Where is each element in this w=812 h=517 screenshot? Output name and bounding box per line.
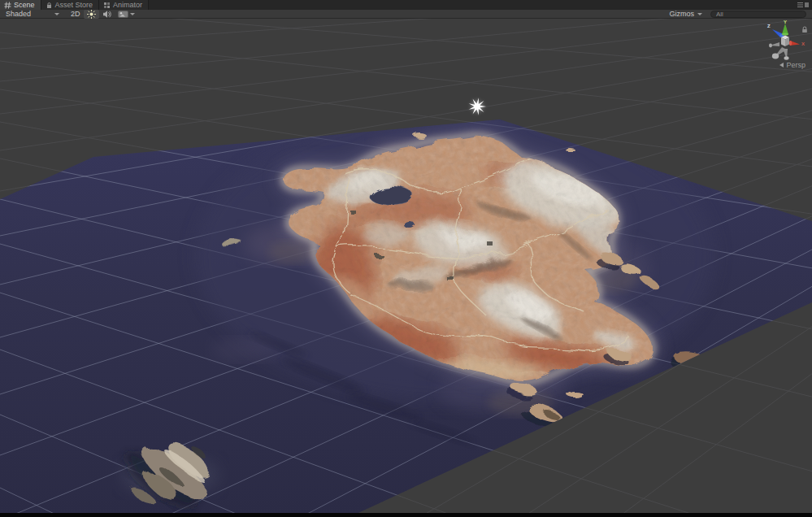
asset-store-icon (46, 2, 53, 9)
chevron-down-icon (54, 13, 59, 15)
2d-toggle-button[interactable]: 2D (67, 10, 84, 19)
pane-menu-icon[interactable] (794, 0, 812, 10)
gizmo-search-field[interactable] (710, 11, 806, 18)
image-icon (118, 11, 128, 18)
gizmos-label: Gizmos (669, 10, 694, 18)
tab-animator-label: Animator (113, 0, 142, 10)
tab-scene-label: Scene (14, 0, 35, 10)
window-bottom-edge (0, 513, 812, 517)
animator-icon (103, 2, 111, 9)
shading-mode-label: Shaded (6, 10, 31, 18)
scene-icon (4, 2, 11, 9)
chevron-down-icon (697, 13, 702, 15)
speaker-icon (102, 10, 111, 19)
scene-audio-toggle[interactable] (99, 10, 115, 19)
shading-mode-dropdown[interactable]: Shaded (2, 10, 63, 19)
chevron-down-icon (130, 13, 135, 15)
axis-neg-y-cone[interactable] (783, 49, 789, 60)
axis-y-label: Y (784, 20, 787, 24)
scene-viewport[interactable]: Y Z X Persp (0, 19, 812, 517)
tab-asset-store[interactable]: Asset Store (41, 0, 100, 10)
terrain-pond (403, 221, 415, 228)
tab-animator[interactable]: Animator (99, 0, 149, 10)
axis-z-label: Z (767, 24, 771, 28)
gizmos-dropdown[interactable]: Gizmos (666, 10, 706, 19)
scene-canvas (0, 19, 812, 517)
scene-lighting-toggle[interactable] (84, 10, 99, 19)
gizmo-center-cube[interactable] (781, 36, 789, 47)
search-input[interactable] (716, 11, 805, 17)
tab-scene[interactable]: Scene (0, 0, 41, 10)
tab-bar: Scene Asset Store Animator (0, 0, 812, 10)
scene-toolbar: Shaded 2D Gizmos (0, 10, 812, 19)
projection-toggle[interactable]: Persp (779, 61, 805, 69)
projection-label: Persp (786, 61, 805, 69)
axis-x-cone[interactable] (789, 41, 800, 46)
persp-arrow-icon (779, 63, 784, 67)
sun-icon (87, 10, 96, 19)
axis-neg-x-cone[interactable] (769, 42, 779, 47)
lock-icon[interactable] (801, 22, 808, 37)
effects-dropdown[interactable] (115, 10, 138, 19)
axis-y-cone[interactable] (782, 24, 788, 36)
axis-x-label: X (801, 41, 805, 46)
tab-asset-store-label: Asset Store (55, 0, 93, 10)
